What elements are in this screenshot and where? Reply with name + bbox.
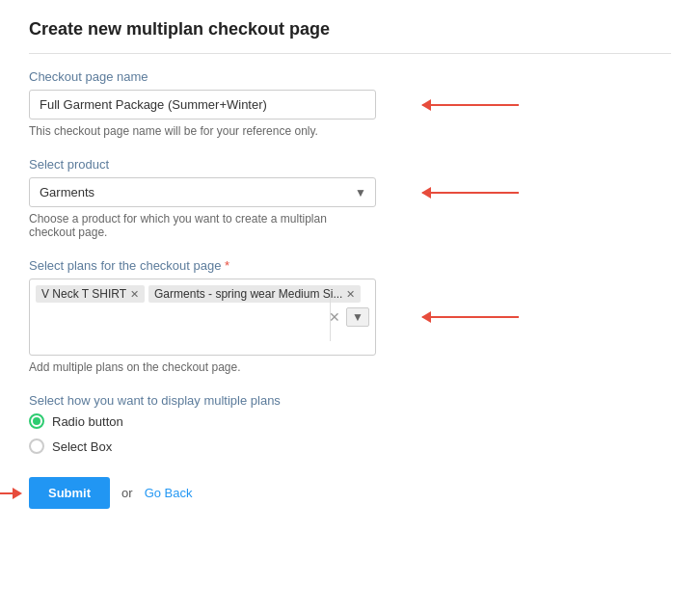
product-section: Select product Garments ▼ Choose a produ…	[29, 157, 671, 239]
radio-option-radio[interactable]: Radio button	[29, 413, 671, 429]
plans-label: Select plans for the checkout page *	[29, 258, 671, 273]
radio-radio-button-circle	[29, 413, 44, 429]
product-hint: Choose a product for which you want to c…	[29, 212, 395, 239]
multiselect-clear-icon[interactable]: ✕	[329, 309, 340, 325]
checkout-name-hint: This checkout page name will be for your…	[29, 124, 671, 138]
arrow-product-annotation	[422, 192, 519, 194]
tag-vneck-label: V Neck T SHIRT	[41, 287, 126, 301]
page-title: Create new multiplan checkout page	[29, 19, 671, 54]
radio-radio-button-label: Radio button	[52, 414, 123, 429]
checkout-name-label: Checkout page name	[29, 69, 671, 84]
submit-button[interactable]: Submit	[29, 477, 110, 509]
go-back-link[interactable]: Go Back	[145, 486, 193, 500]
tag-spring-close[interactable]: ✕	[346, 289, 355, 300]
arrow-submit-annotation	[0, 488, 22, 499]
plans-hint: Add multiple plans on the checkout page.	[29, 360, 671, 374]
arrow-plans-annotation	[422, 316, 519, 318]
tag-vneck-close[interactable]: ✕	[130, 289, 139, 300]
radio-select-box-label: Select Box	[52, 439, 112, 454]
display-type-label: Select how you want to display multiple …	[29, 393, 671, 408]
tag-spring-label: Garments - spring wear Medium Si...	[154, 287, 342, 301]
radio-select-box-circle	[29, 438, 44, 454]
separator: or	[121, 486, 133, 500]
product-select[interactable]: Garments	[29, 177, 376, 207]
multiselect-dropdown-icon[interactable]: ▼	[346, 307, 369, 327]
display-type-section: Select how you want to display multiple …	[29, 393, 671, 454]
product-select-wrapper: Garments ▼	[29, 177, 376, 207]
multiselect-controls: ✕ ▼	[329, 307, 369, 327]
plans-section: Select plans for the checkout page * V N…	[29, 258, 671, 374]
footer-row: Submit or Go Back	[29, 477, 671, 509]
arrow-input-annotation	[422, 104, 519, 106]
plans-tags-container: V Neck T SHIRT ✕ Garments - spring wear …	[36, 285, 369, 303]
plans-multiselect[interactable]: V Neck T SHIRT ✕ Garments - spring wear …	[29, 279, 376, 356]
plans-required: *	[225, 258, 229, 273]
display-type-radio-group: Radio button Select Box	[29, 413, 671, 454]
tag-vneck: V Neck T SHIRT ✕	[36, 285, 145, 303]
product-label: Select product	[29, 157, 671, 172]
checkout-name-input[interactable]	[29, 90, 376, 120]
radio-option-select-box[interactable]: Select Box	[29, 438, 671, 454]
checkout-name-section: Checkout page name This checkout page na…	[29, 69, 671, 138]
